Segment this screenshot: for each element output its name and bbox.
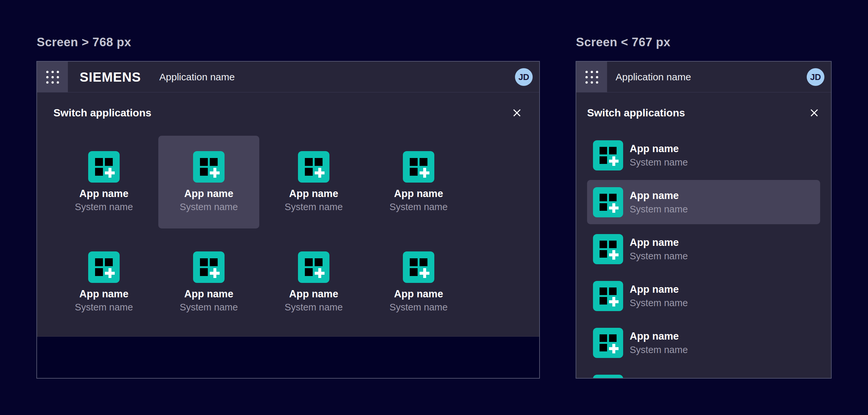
app-switcher-button[interactable]: [37, 62, 68, 92]
icon-square: [315, 158, 322, 166]
icon-square: [599, 156, 607, 164]
plus-icon: [610, 157, 618, 165]
app-grid-plus-icon: [593, 328, 623, 358]
close-icon: [511, 107, 523, 119]
system-name-label: System name: [630, 251, 688, 262]
icon-square: [609, 147, 617, 154]
app-grid-plus-icon: [193, 251, 224, 283]
plus-icon: [316, 269, 323, 277]
app-list-item[interactable]: [587, 368, 820, 379]
app-tile[interactable]: App name System name: [54, 236, 154, 329]
icon-square: [95, 158, 103, 166]
plus-icon: [211, 169, 219, 177]
icon-square: [105, 158, 113, 166]
icon-square: [305, 158, 313, 166]
app-grid-plus-icon: [88, 151, 120, 183]
app-header: SIEMENS Application name JD: [37, 62, 539, 92]
icon-square: [95, 258, 103, 266]
icon-square: [305, 168, 313, 176]
icon-square: [315, 258, 322, 266]
app-name-label: App name: [630, 330, 688, 342]
app-tile[interactable]: App name System name: [263, 136, 364, 228]
app-tile[interactable]: App name System name: [158, 236, 259, 329]
app-tile[interactable]: App name System name: [263, 236, 364, 329]
icon-square: [410, 158, 417, 166]
app-grid-plus-icon: [88, 251, 120, 283]
icon-square: [200, 168, 208, 176]
icon-square: [410, 268, 417, 276]
icon-square: [599, 147, 607, 154]
mobile-preview-card: Application name JD Switch applications …: [576, 61, 832, 379]
icon-square: [609, 241, 617, 248]
system-name-label: System name: [75, 302, 133, 313]
user-avatar[interactable]: JD: [515, 68, 533, 86]
panel-header: Switch applications: [54, 107, 523, 119]
app-tile[interactable]: App name System name: [158, 136, 259, 228]
app-grid-plus-icon: [403, 251, 434, 283]
app-name-label: App name: [630, 237, 688, 249]
system-name-label: System name: [630, 157, 688, 168]
app-tile[interactable]: App name System name: [368, 236, 469, 329]
app-grid-plus-icon: [298, 151, 330, 183]
plus-icon: [421, 269, 428, 277]
app-grid-plus-icon: [593, 375, 623, 379]
app-list: App name System name App name System nam…: [587, 133, 820, 379]
panel-title: Switch applications: [587, 107, 685, 119]
close-icon: [808, 107, 820, 119]
app-name-label: App name: [79, 288, 128, 300]
icon-square: [105, 258, 113, 266]
app-name-label: App name: [394, 288, 443, 300]
icon-square: [609, 194, 617, 201]
app-grid-plus-icon: [193, 151, 224, 183]
app-name-label: App name: [289, 288, 338, 300]
icon-square: [200, 258, 208, 266]
user-avatar[interactable]: JD: [807, 68, 825, 86]
breakpoint-label-mobile: Screen < 767 px: [576, 35, 670, 49]
app-grid-plus-icon: [403, 151, 434, 183]
close-button[interactable]: [511, 107, 523, 119]
grid-icon: [585, 71, 598, 84]
plus-icon: [610, 251, 618, 259]
close-button[interactable]: [808, 107, 820, 119]
app-switcher-button[interactable]: [576, 62, 607, 92]
app-content-area: [37, 337, 539, 378]
app-name-label: App name: [184, 288, 234, 300]
system-name-label: System name: [630, 298, 688, 309]
switch-applications-panel: Switch applications App name System name: [37, 92, 539, 337]
app-tile-grid: App name System name App name System nam…: [54, 136, 523, 329]
icon-square: [200, 158, 208, 166]
system-name-label: System name: [390, 201, 447, 213]
system-name-label: System name: [75, 201, 133, 213]
icon-square: [95, 168, 103, 176]
icon-square: [599, 334, 607, 342]
app-grid-plus-icon: [593, 281, 623, 311]
icon-square: [609, 334, 617, 342]
icon-square: [305, 268, 313, 276]
icon-square: [210, 158, 218, 166]
system-name-label: System name: [284, 201, 343, 213]
app-tile[interactable]: App name System name: [368, 136, 469, 228]
icon-square: [95, 268, 103, 276]
panel-title: Switch applications: [54, 107, 151, 119]
app-grid-plus-icon: [298, 251, 330, 283]
app-tile[interactable]: App name System name: [54, 136, 154, 228]
app-list-item[interactable]: App name System name: [587, 180, 820, 224]
plus-icon: [211, 269, 219, 277]
app-grid-plus-icon: [593, 187, 623, 217]
plus-icon: [610, 298, 618, 306]
app-list-item[interactable]: App name System name: [587, 321, 820, 365]
plus-icon: [610, 204, 618, 212]
app-grid-plus-icon: [593, 140, 623, 170]
app-list-item[interactable]: App name System name: [587, 274, 820, 318]
icon-square: [599, 194, 607, 201]
icon-square: [599, 203, 607, 211]
system-name-label: System name: [390, 302, 447, 313]
app-list-item[interactable]: App name System name: [587, 133, 820, 177]
desktop-preview-card: SIEMENS Application name JD Switch appli…: [36, 61, 540, 379]
icon-square: [599, 250, 607, 258]
app-list-item[interactable]: App name System name: [587, 227, 820, 271]
icon-square: [599, 344, 607, 351]
application-name: Application name: [616, 71, 691, 83]
switch-applications-panel: Switch applications App name System name: [576, 92, 831, 379]
system-name-label: System name: [180, 302, 238, 313]
